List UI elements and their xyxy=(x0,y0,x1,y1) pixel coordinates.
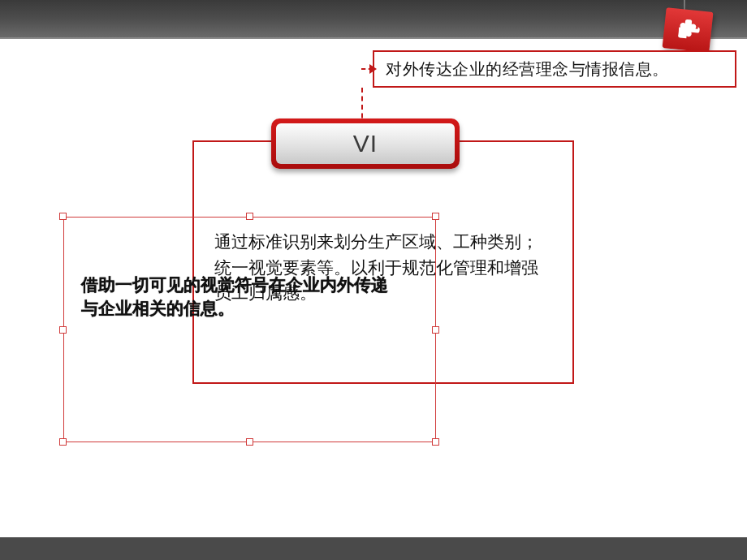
title-bar-decoration xyxy=(0,0,747,39)
resize-handle-top-middle[interactable] xyxy=(246,213,253,220)
external-callout-box: 对外传达企业的经营理念与情报信息。 xyxy=(373,50,736,88)
connector-arrowhead xyxy=(369,64,377,74)
vi-header-tab: VI xyxy=(271,118,460,169)
resize-handle-bottom-left[interactable] xyxy=(59,438,67,446)
puzzle-piece-icon xyxy=(678,17,703,42)
resize-handle-top-left[interactable] xyxy=(59,213,67,220)
selected-textbox-outline[interactable] xyxy=(63,217,436,442)
external-callout-text: 对外传达企业的经营理念与情报信息。 xyxy=(386,58,669,80)
resize-handle-top-right[interactable] xyxy=(432,213,439,220)
footer-bar-decoration xyxy=(0,537,747,560)
selected-textbox-content[interactable]: 借助一切可见的视觉符号在企业内外传递与企业相关的信息。 xyxy=(81,273,390,321)
resize-handle-bottom-middle[interactable] xyxy=(246,438,253,446)
resize-handle-middle-right[interactable] xyxy=(432,326,439,334)
corner-ribbon xyxy=(664,0,721,49)
vi-header-tab-inner: VI xyxy=(276,123,455,164)
resize-handle-middle-left[interactable] xyxy=(59,326,67,334)
resize-handle-bottom-right[interactable] xyxy=(432,438,439,446)
vi-tab-label: VI xyxy=(353,130,378,157)
